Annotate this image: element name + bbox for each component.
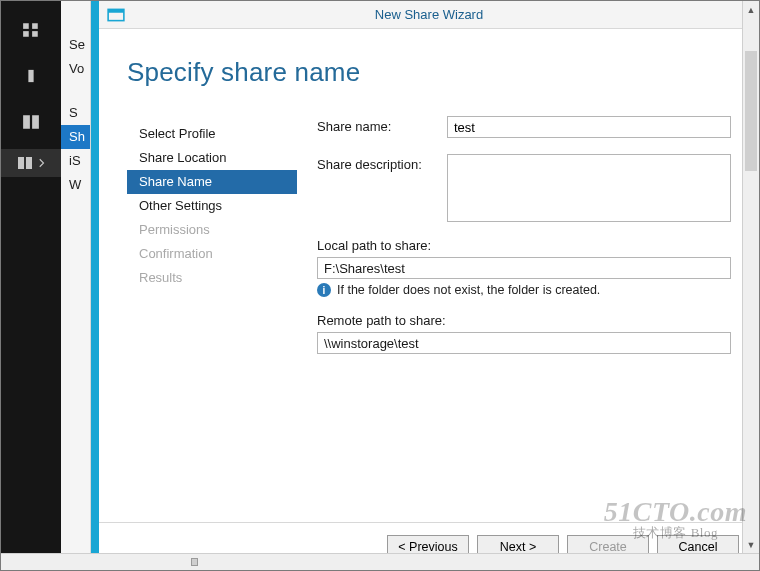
nav-item[interactable]: S [61,101,90,125]
svg-rect-5 [23,115,30,129]
page-heading: Specify share name [127,57,731,88]
scroll-down-icon[interactable]: ▼ [743,536,759,553]
servers-icon[interactable] [20,19,42,41]
disks-icon[interactable] [20,111,42,133]
scroll-up-icon[interactable]: ▲ [743,1,759,18]
remote-path-label: Remote path to share: [317,313,731,328]
volumes-icon[interactable] [20,65,42,87]
nav-item[interactable]: Vo [61,57,90,81]
wizard-form: Share name: Share description: Local pat… [297,116,731,354]
nav-item[interactable]: Se [61,33,90,57]
share-name-label: Share name: [317,116,427,134]
svg-rect-8 [26,157,32,169]
svg-rect-4 [28,70,33,82]
local-path-value[interactable]: F:\Shares\test [317,257,731,279]
nav-item[interactable]: W [61,173,90,197]
remote-path-value[interactable]: \\winstorage\test [317,332,731,354]
step-confirmation: Confirmation [127,242,297,266]
svg-rect-3 [32,31,38,37]
horizontal-scrollbar[interactable] [1,553,759,570]
splitter-handle[interactable] [191,558,198,566]
step-share-location[interactable]: Share Location [127,146,297,170]
wizard-accent-bar [91,1,99,570]
nav-item[interactable]: iS [61,149,90,173]
step-results: Results [127,266,297,290]
svg-rect-7 [18,157,24,169]
share-description-label: Share description: [317,154,427,172]
scroll-thumb[interactable] [745,51,757,171]
share-description-input[interactable] [447,154,731,222]
step-share-name[interactable]: Share Name [127,170,297,194]
step-select-profile[interactable]: Select Profile [127,122,297,146]
wizard-title: New Share Wizard [99,7,759,22]
info-icon: i [317,283,331,297]
chevron-right-icon [39,158,45,168]
svg-rect-10 [108,9,124,12]
app-icon-bar [1,1,61,570]
svg-rect-0 [23,23,29,29]
svg-rect-1 [32,23,38,29]
nav-item-shares[interactable]: Sh [61,125,90,149]
local-path-label: Local path to share: [317,238,731,253]
vertical-scrollbar[interactable]: ▲ ▼ [742,1,759,553]
shares-icon[interactable] [1,149,61,177]
wizard-steps: Select Profile Share Location Share Name… [127,116,297,354]
step-permissions: Permissions [127,218,297,242]
step-other-settings[interactable]: Other Settings [127,194,297,218]
svg-rect-6 [32,115,39,129]
local-path-note: i If the folder does not exist, the fold… [317,283,731,297]
wizard-titlebar: New Share Wizard [99,1,759,29]
share-name-input[interactable] [447,116,731,138]
local-path-note-text: If the folder does not exist, the folder… [337,283,600,297]
wizard-window-icon [107,6,125,24]
new-share-wizard: New Share Wizard Specify share name Sele… [99,1,759,570]
server-manager-nav: Se Vo S Sh iS W [61,1,91,570]
svg-rect-2 [23,31,29,37]
